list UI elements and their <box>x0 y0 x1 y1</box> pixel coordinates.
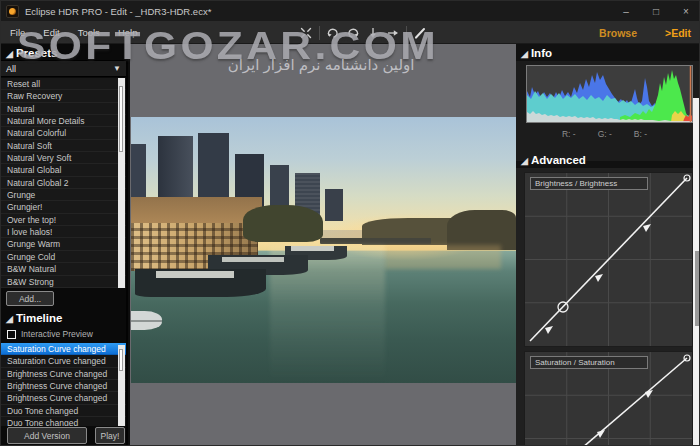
redo-icon[interactable] <box>346 26 360 40</box>
collapse-triangle-icon: ◢ <box>521 156 528 166</box>
preset-list-item[interactable]: Grunge <box>1 189 126 201</box>
left-sidebar: ◢Presets All ▼ Reset allRaw RecoveryNatu… <box>1 44 128 446</box>
add-version-button[interactable]: Add Version <box>7 427 87 444</box>
timeline-panel-header[interactable]: ◢Timeline <box>1 309 126 326</box>
photo-preview <box>131 117 516 383</box>
preset-list-item[interactable]: Reset all <box>1 78 126 90</box>
preset-list-item[interactable]: Over the top! <box>1 214 126 226</box>
collapse-triangle-icon: ◢ <box>6 314 13 324</box>
preset-list-item[interactable]: Natural Global <box>1 164 126 176</box>
menu-tools[interactable]: Tools <box>69 21 109 44</box>
preset-list-item[interactable]: Natural Global 2 <box>1 177 126 189</box>
fit-screen-icon[interactable] <box>299 26 313 40</box>
editor-canvas[interactable] <box>130 44 516 446</box>
right-panel-scrollbar-thumb[interactable] <box>695 251 699 326</box>
presets-scrollbar[interactable] <box>118 78 125 288</box>
preset-list-item[interactable]: Grungier! <box>1 201 126 213</box>
presets-filter-dropdown[interactable]: All ▼ <box>1 60 126 77</box>
histogram-g-value: G: - <box>598 129 612 139</box>
timeline-scrollbar-thumb[interactable] <box>119 349 123 371</box>
chevron-down-icon: ▼ <box>113 64 121 73</box>
toolbar-separator <box>406 26 407 40</box>
saturation-curve-editor[interactable]: Saturation / Saturation <box>524 351 693 446</box>
right-sidebar: ◢Info R: - G: - B: - ◢Advanced <box>516 44 700 446</box>
presets-filter-value: All <box>6 64 16 74</box>
import-arrow-icon[interactable] <box>366 26 380 40</box>
interactive-preview-label: Interactive Preview <box>21 329 93 339</box>
title-bar: Eclipse HDR PRO - Edit - _HDR3-HDR.ecx* … <box>1 1 700 21</box>
edit-mode-button[interactable]: >Edit <box>665 27 691 39</box>
preset-list-item[interactable]: Natural Colorful <box>1 127 126 139</box>
export-arrow-icon[interactable] <box>386 26 400 40</box>
timeline-list-item[interactable]: Brightness Curve changed <box>1 368 126 380</box>
collapse-triangle-icon: ◢ <box>521 49 528 59</box>
close-button[interactable]: × <box>671 1 700 21</box>
maximize-button[interactable]: □ <box>641 1 671 21</box>
brightness-curve-editor[interactable]: Brightness / Brightness <box>524 172 693 347</box>
menu-edit[interactable]: Edit <box>34 21 68 44</box>
histogram-r-value: R: - <box>562 129 576 139</box>
browse-mode-button[interactable]: Browse <box>599 27 637 39</box>
timeline-list-item[interactable]: Brightness Curve changed <box>1 380 126 392</box>
pen-icon[interactable] <box>413 26 427 40</box>
window-title: Eclipse HDR PRO - Edit - _HDR3-HDR.ecx* <box>25 6 211 17</box>
right-panel-scrollbar[interactable] <box>693 98 700 446</box>
advanced-panel-header[interactable]: ◢Advanced <box>516 151 700 168</box>
preset-list-item[interactable]: Grunge Cold <box>1 251 126 263</box>
preset-list-item[interactable]: B&W Natural <box>1 263 126 275</box>
presets-list: Reset allRaw RecoveryNaturalNatural More… <box>1 78 126 288</box>
menu-file[interactable]: File <box>1 21 34 44</box>
saturation-curve-label: Saturation / Saturation <box>530 356 648 369</box>
toolbar-separator <box>319 26 320 40</box>
timeline-list-item[interactable]: Duo Tone changed <box>1 405 126 417</box>
app-logo-icon <box>6 5 19 18</box>
timeline-list-item[interactable]: Saturation Curve changed <box>1 355 126 367</box>
histogram-b-value: B: - <box>634 129 647 139</box>
app-window: Eclipse HDR PRO - Edit - _HDR3-HDR.ecx* … <box>0 0 700 446</box>
undo-icon[interactable] <box>326 26 340 40</box>
interactive-preview-checkbox[interactable] <box>7 330 16 339</box>
preset-list-item[interactable]: Raw Recovery <box>1 90 126 102</box>
collapse-triangle-icon: ◢ <box>6 49 13 59</box>
timeline-list-item[interactable]: Saturation Curve changed <box>1 343 126 355</box>
timeline-scrollbar[interactable] <box>118 345 125 426</box>
preset-list-item[interactable]: Natural Soft <box>1 140 126 152</box>
histogram <box>526 65 693 123</box>
timeline-list: Saturation Curve changedSaturation Curve… <box>1 343 126 426</box>
preset-list-item[interactable]: I love halos! <box>1 226 126 238</box>
presets-scrollbar-thumb[interactable] <box>119 86 123 152</box>
preset-list-item[interactable]: Natural Very Soft <box>1 152 126 164</box>
info-panel-header[interactable]: ◢Info <box>516 44 700 61</box>
brightness-curve-label: Brightness / Brightness <box>530 177 648 190</box>
add-preset-button[interactable]: Add... <box>6 291 54 306</box>
minimize-button[interactable]: – <box>611 1 641 21</box>
preset-list-item[interactable]: Natural More Details <box>1 115 126 127</box>
timeline-list-item[interactable]: Brightness Curve changed <box>1 392 126 404</box>
preset-list-item[interactable]: B&W Strong <box>1 276 126 288</box>
menu-help[interactable]: Help <box>109 21 147 44</box>
preset-list-item[interactable]: Natural <box>1 103 126 115</box>
preset-list-item[interactable]: Grunge Warm <box>1 238 126 250</box>
play-button[interactable]: Play! <box>95 427 125 444</box>
timeline-list-item[interactable]: Duo Tone changed <box>1 417 126 426</box>
presets-panel-header[interactable]: ◢Presets <box>1 44 126 61</box>
